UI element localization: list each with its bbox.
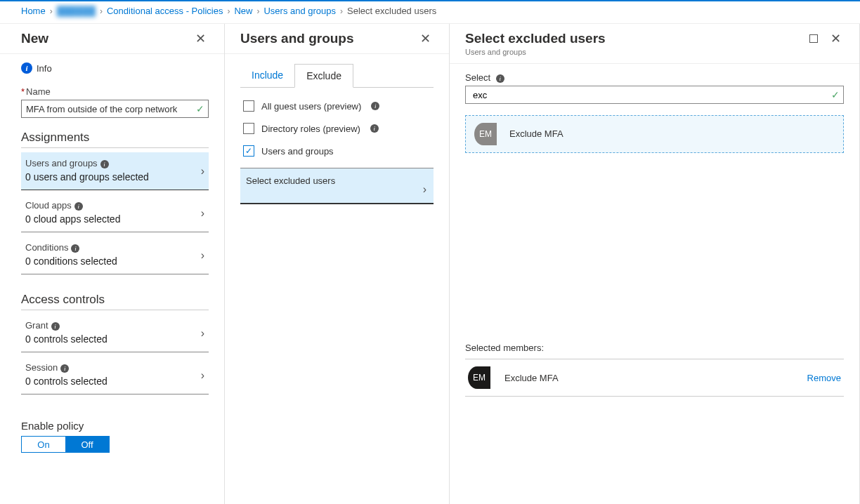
select-box-label: Select excluded users bbox=[246, 175, 335, 186]
selected-member-row: EM Exclude MFA Remove bbox=[465, 359, 844, 397]
chevron-right-icon: › bbox=[256, 6, 259, 16]
result-name: Exclude MFA bbox=[509, 128, 563, 139]
info-banner[interactable]: i Info bbox=[21, 62, 209, 74]
info-label: Info bbox=[37, 63, 52, 74]
group-avatar-icon: EM bbox=[468, 366, 490, 389]
nav-label-text: Conditions bbox=[25, 242, 68, 253]
breadcrumb-policies[interactable]: Conditional access - Policies bbox=[107, 6, 223, 16]
chevron-right-icon: › bbox=[340, 6, 343, 16]
required-star-icon: * bbox=[21, 86, 25, 97]
nav-value: 0 controls selected bbox=[25, 376, 206, 387]
info-icon: i bbox=[51, 322, 60, 331]
option-users-and-groups[interactable]: Users and groups bbox=[240, 140, 434, 162]
nav-value: 0 controls selected bbox=[25, 333, 206, 345]
chevron-right-icon: › bbox=[227, 6, 230, 16]
select-label: Select i bbox=[465, 72, 844, 83]
nav-grant[interactable]: Granti 0 controls selected › bbox=[21, 314, 209, 352]
option-label: Users and groups bbox=[261, 146, 334, 157]
breadcrumb: Home › ██████ › Conditional access - Pol… bbox=[0, 1, 860, 24]
nav-session[interactable]: Sessioni 0 controls selected › bbox=[21, 357, 209, 394]
breadcrumb-users-groups[interactable]: Users and groups bbox=[263, 6, 336, 16]
chevron-right-icon: › bbox=[201, 165, 204, 178]
breadcrumb-home[interactable]: Home bbox=[21, 6, 46, 16]
info-icon: i bbox=[496, 74, 504, 83]
name-label-text: Name bbox=[26, 86, 51, 97]
toggle-on[interactable]: On bbox=[22, 437, 65, 452]
blade-select-subtitle: Users and groups bbox=[465, 48, 606, 56]
breadcrumb-current: Select excluded users bbox=[347, 6, 436, 16]
option-label: Directory roles (preview) bbox=[261, 124, 360, 134]
close-icon[interactable]: ✕ bbox=[417, 31, 434, 46]
checkbox-icon[interactable] bbox=[243, 100, 254, 112]
nav-value: 0 cloud apps selected bbox=[25, 213, 206, 225]
chevron-right-icon: › bbox=[201, 369, 204, 382]
chevron-right-icon: › bbox=[50, 6, 53, 16]
tab-exclude[interactable]: Exclude bbox=[294, 64, 353, 88]
close-icon[interactable]: ✕ bbox=[193, 31, 209, 46]
access-controls-heading: Access controls bbox=[21, 293, 209, 307]
name-label: *Name bbox=[21, 86, 209, 97]
info-icon: i bbox=[74, 202, 83, 211]
select-search-input[interactable] bbox=[465, 86, 844, 104]
blade-users-groups: Users and groups ✕ Include Exclude All g… bbox=[225, 24, 450, 504]
nav-cloud-apps[interactable]: Cloud appsi 0 cloud apps selected › bbox=[21, 194, 209, 232]
tab-include[interactable]: Include bbox=[240, 64, 294, 87]
blade-select-title: Select excluded users bbox=[465, 31, 606, 46]
blade-new: New ✕ i Info *Name ✓ Assignments Users a… bbox=[0, 24, 225, 504]
check-icon: ✓ bbox=[196, 103, 204, 114]
nav-label-text: Session bbox=[25, 362, 58, 373]
assignments-heading: Assignments bbox=[21, 131, 209, 145]
chevron-right-icon: › bbox=[201, 249, 204, 262]
check-icon: ✓ bbox=[831, 89, 840, 100]
nav-label-text: Grant bbox=[25, 320, 48, 331]
remove-button[interactable]: Remove bbox=[807, 373, 841, 383]
checkbox-checked-icon[interactable] bbox=[243, 145, 254, 157]
blade-new-title: New bbox=[21, 31, 48, 46]
info-icon: i bbox=[100, 160, 109, 168]
nav-value: 0 users and groups selected bbox=[25, 171, 206, 183]
option-label: All guest users (preview) bbox=[261, 101, 361, 112]
group-avatar-icon: EM bbox=[474, 123, 497, 145]
maximize-icon[interactable] bbox=[809, 34, 818, 43]
info-icon: i bbox=[21, 62, 32, 74]
chevron-right-icon: › bbox=[423, 183, 426, 196]
toggle-off[interactable]: Off bbox=[65, 437, 109, 452]
option-directory-roles[interactable]: Directory roles (preview) i bbox=[240, 117, 434, 140]
chevron-right-icon: › bbox=[201, 207, 204, 220]
selected-members-label: Selected members: bbox=[465, 343, 844, 353]
option-all-guest-users[interactable]: All guest users (preview) i bbox=[240, 95, 434, 117]
nav-users-and-groups[interactable]: Users and groupsi 0 users and groups sel… bbox=[21, 152, 209, 190]
nav-label-text: Users and groups bbox=[25, 158, 98, 168]
policy-name-input[interactable] bbox=[21, 100, 209, 118]
checkbox-icon[interactable] bbox=[243, 123, 254, 134]
nav-conditions[interactable]: Conditionsi 0 conditions selected › bbox=[21, 237, 209, 274]
selected-member-name: Exclude MFA bbox=[504, 373, 793, 383]
nav-value: 0 conditions selected bbox=[25, 256, 206, 267]
breadcrumb-new[interactable]: New bbox=[234, 6, 252, 16]
breadcrumb-tenant[interactable]: ██████ bbox=[57, 6, 96, 16]
search-result-item[interactable]: EM Exclude MFA bbox=[465, 115, 844, 153]
enable-policy-label: Enable policy bbox=[21, 420, 209, 432]
info-icon: i bbox=[71, 244, 79, 253]
chevron-right-icon: › bbox=[201, 327, 204, 340]
include-exclude-tabs: Include Exclude bbox=[240, 64, 434, 88]
blade-select-excluded: Select excluded users Users and groups ✕… bbox=[450, 24, 860, 504]
nav-label-text: Cloud apps bbox=[25, 200, 72, 211]
enable-policy-toggle[interactable]: On Off bbox=[21, 436, 110, 453]
blade-ug-title: Users and groups bbox=[240, 31, 354, 46]
chevron-right-icon: › bbox=[100, 6, 103, 16]
info-icon: i bbox=[370, 124, 379, 133]
select-excluded-users-button[interactable]: Select excluded users › bbox=[240, 168, 434, 204]
close-icon[interactable]: ✕ bbox=[828, 31, 844, 46]
info-icon: i bbox=[60, 364, 69, 373]
select-label-text: Select bbox=[465, 72, 490, 83]
info-icon: i bbox=[371, 102, 379, 110]
